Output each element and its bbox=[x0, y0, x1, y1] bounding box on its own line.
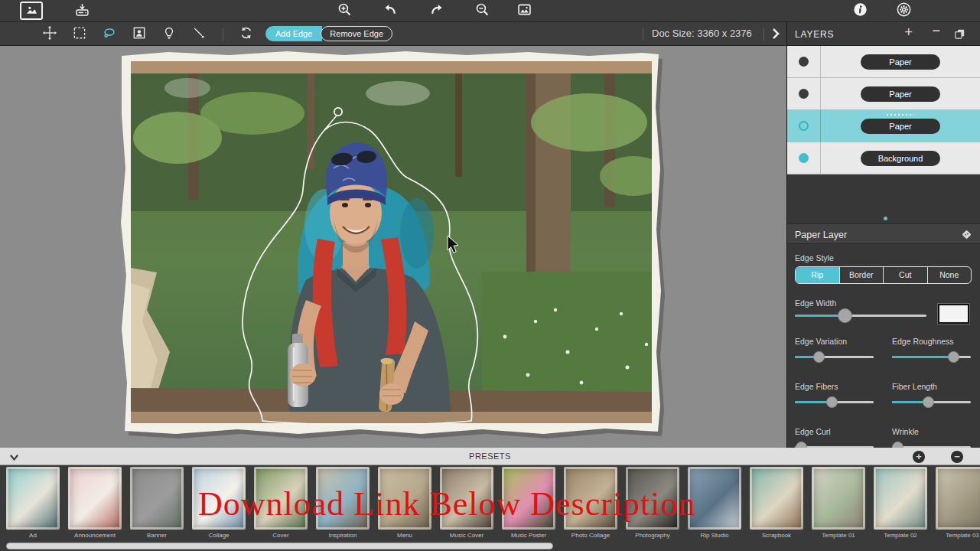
rotate-icon bbox=[239, 25, 254, 44]
preset-label: Template 02 bbox=[884, 532, 917, 539]
open-image-button[interactable] bbox=[20, 2, 43, 20]
preset-photography: Photography bbox=[626, 467, 679, 539]
zoom-in-button[interactable] bbox=[334, 2, 354, 20]
paper-color-swatch[interactable] bbox=[938, 304, 969, 324]
layer-visibility-dot[interactable] bbox=[799, 121, 809, 131]
redo-button[interactable] bbox=[426, 2, 446, 20]
line-tool[interactable] bbox=[187, 26, 210, 42]
layer-pill-cell: Paper bbox=[821, 78, 980, 109]
preset-thumbnail[interactable] bbox=[874, 467, 927, 530]
preset-thumbnail[interactable] bbox=[812, 467, 865, 530]
layer-name-pill[interactable]: Background bbox=[861, 151, 940, 166]
edge-width-slider[interactable] bbox=[795, 309, 926, 321]
add-edge-button[interactable]: Add Edge bbox=[265, 26, 322, 41]
layer-visibility-cell bbox=[787, 142, 821, 174]
remove-edge-button[interactable]: Remove Edge bbox=[321, 26, 392, 41]
document-canvas[interactable] bbox=[0, 46, 786, 448]
slider-thumb[interactable] bbox=[948, 351, 959, 363]
zoom-in-icon bbox=[337, 2, 353, 21]
preset-label: Announcement bbox=[74, 532, 116, 539]
slider-control[interactable] bbox=[892, 350, 971, 363]
fit-view-button[interactable] bbox=[514, 2, 534, 20]
preset-collage: Collage bbox=[192, 467, 246, 539]
edge-style-option-rip[interactable]: Rip bbox=[796, 267, 840, 283]
duplicate-layer-button[interactable] bbox=[953, 28, 966, 41]
layer-name-pill[interactable]: Paper bbox=[861, 119, 940, 134]
slider-label: Edge Curl bbox=[795, 427, 874, 436]
preset-thumbnail[interactable] bbox=[378, 467, 431, 530]
slider-label: Edge Roughness bbox=[892, 337, 971, 346]
edge-width-label: Edge Width bbox=[795, 298, 836, 308]
layer-row-paper[interactable]: Paper bbox=[787, 78, 980, 110]
layer-name-pill[interactable]: Paper bbox=[861, 54, 940, 70]
preset-thumbnail[interactable] bbox=[316, 467, 370, 530]
slider-control[interactable] bbox=[892, 396, 971, 408]
panel-collapse-button[interactable] bbox=[770, 27, 782, 41]
preset-thumbnail[interactable] bbox=[130, 467, 184, 530]
preset-menu: Menu bbox=[378, 467, 431, 539]
preset-thumbnail[interactable] bbox=[68, 467, 122, 530]
edge-style-option-border[interactable]: Border bbox=[840, 267, 884, 283]
frame-tool[interactable] bbox=[128, 26, 151, 42]
layer-visibility-dot[interactable] bbox=[799, 89, 809, 99]
preset-thumbnail[interactable] bbox=[502, 467, 555, 530]
layer-row-background[interactable]: Background bbox=[787, 142, 980, 174]
slider-control[interactable] bbox=[795, 350, 874, 363]
layer-row-paper[interactable]: Paper bbox=[787, 46, 980, 78]
preset-template-02: Template 02 bbox=[874, 467, 927, 539]
add-preset-button[interactable]: + bbox=[913, 451, 925, 463]
settings-button[interactable] bbox=[894, 2, 913, 20]
slider-edge-variation: Edge Variation bbox=[795, 337, 874, 363]
slider-fiber-length: Fiber Length bbox=[892, 382, 971, 408]
info-button[interactable] bbox=[850, 2, 870, 20]
remove-layer-button[interactable]: − bbox=[932, 23, 940, 39]
preset-thumbnail[interactable] bbox=[626, 467, 679, 530]
add-layer-button[interactable]: + bbox=[904, 24, 913, 41]
toolbar-divider bbox=[643, 28, 643, 41]
rotate-tool[interactable] bbox=[235, 26, 258, 42]
layer-row-paper[interactable]: Paper bbox=[787, 110, 980, 142]
edge-style-option-none[interactable]: None bbox=[928, 267, 972, 283]
preset-rip-studio: Rip Studio bbox=[688, 467, 741, 539]
preset-thumbnail[interactable] bbox=[254, 467, 308, 530]
slider-thumb[interactable] bbox=[838, 308, 852, 323]
layers-list: PaperPaperPaperBackground bbox=[787, 46, 980, 174]
paper-texture-icon[interactable] bbox=[960, 228, 973, 241]
slider-thumb[interactable] bbox=[826, 396, 838, 408]
undo-button[interactable] bbox=[380, 2, 400, 20]
lasso-tool[interactable] bbox=[98, 26, 121, 42]
preset-thumbnail[interactable] bbox=[440, 467, 493, 530]
move-tool-icon bbox=[42, 25, 57, 44]
preset-thumbnail[interactable] bbox=[750, 467, 803, 530]
preset-label: Collage bbox=[208, 532, 229, 539]
panel-scroll-dot[interactable] bbox=[884, 217, 887, 220]
remove-preset-button[interactable]: − bbox=[951, 451, 963, 463]
preset-thumbnail[interactable] bbox=[688, 467, 741, 530]
preset-thumbnail[interactable] bbox=[936, 467, 980, 530]
slider-thumb[interactable] bbox=[923, 396, 934, 408]
light-tool[interactable] bbox=[158, 26, 181, 42]
marquee-tool[interactable] bbox=[68, 26, 91, 42]
layer-visibility-dot[interactable] bbox=[799, 153, 809, 163]
preset-thumbnail[interactable] bbox=[6, 467, 60, 530]
hiker-photo[interactable] bbox=[131, 73, 667, 412]
preset-thumbnail[interactable] bbox=[564, 467, 617, 530]
top-menu-bar bbox=[0, 0, 980, 22]
layer-name-pill[interactable]: Paper bbox=[861, 86, 940, 102]
preset-label: Music Poster bbox=[511, 532, 546, 539]
presets-title: PRESETS bbox=[0, 452, 980, 461]
move-tool[interactable] bbox=[38, 26, 61, 42]
layer-visibility-dot[interactable] bbox=[799, 57, 809, 67]
redo-icon bbox=[428, 2, 444, 21]
preset-ad: Ad bbox=[6, 467, 60, 539]
preset-thumbnail[interactable] bbox=[192, 467, 246, 530]
slider-control[interactable] bbox=[795, 396, 874, 408]
save-export-button[interactable] bbox=[72, 2, 92, 20]
zoom-out-button[interactable] bbox=[472, 2, 492, 20]
lightbulb-icon bbox=[161, 25, 177, 44]
preset-announcement: Announcement bbox=[68, 467, 122, 539]
presets-scrollbar[interactable] bbox=[6, 543, 553, 549]
slider-thumb[interactable] bbox=[813, 351, 825, 363]
zoom-out-icon bbox=[474, 2, 490, 21]
edge-style-option-cut[interactable]: Cut bbox=[884, 267, 928, 283]
